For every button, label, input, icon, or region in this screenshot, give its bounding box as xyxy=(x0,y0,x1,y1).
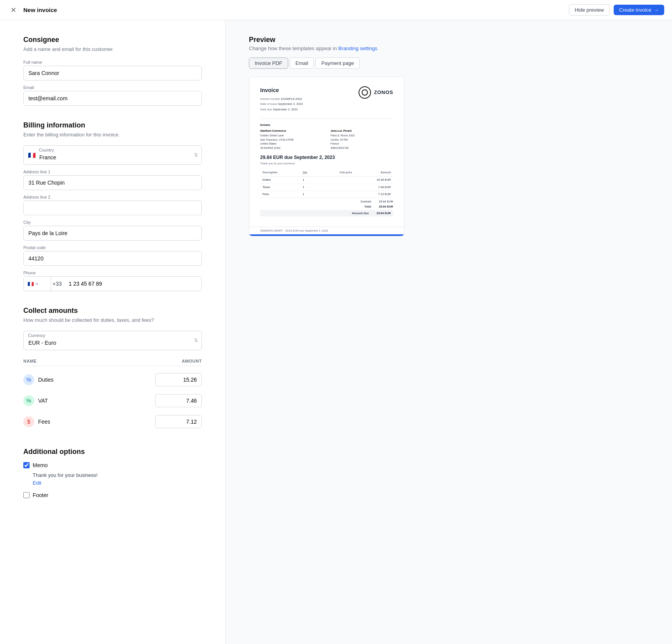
invoice-header: Invoice Invoice number EXAMPLE-0001 Date… xyxy=(260,86,393,112)
invoice-bill-to-label: Jean-Luc Picard xyxy=(331,129,393,133)
invoice-preview: Invoice Invoice number EXAMPLE-0001 Date… xyxy=(249,77,404,236)
currency-select-wrapper: Currency EUR - Euro USD - US Dollar GBP … xyxy=(23,331,202,350)
invoice-issue-label: Date of issue xyxy=(260,102,278,106)
fees-row: $ Fees xyxy=(23,411,202,432)
memo-label[interactable]: Memo xyxy=(33,462,48,468)
phone-country-code: +33 xyxy=(51,277,64,291)
duties-name: Duties xyxy=(38,377,54,383)
invoice-amount-due-value: 29.84 EUR xyxy=(376,211,391,215)
invoice-buyer-phone: 498413001782 xyxy=(331,146,393,150)
address2-group: Address line 2 xyxy=(23,195,202,215)
invoice-seller-phone: 25-843543 (244) xyxy=(260,146,323,150)
invoice-subtotal-row: Subtotal 29.84 EUR xyxy=(260,199,393,204)
country-select-wrapper: 🇫🇷 Country France United States Germany … xyxy=(23,145,202,165)
header-left: ✕ New invoice xyxy=(8,5,57,16)
invoice-duties-amount: 15.26 EUR xyxy=(354,176,393,183)
tab-invoice-pdf[interactable]: Invoice PDF xyxy=(249,58,288,69)
invoice-total-row: Total 29.84 EUR xyxy=(260,204,393,209)
memo-edit-link[interactable]: Edit xyxy=(33,480,41,486)
memo-text: Thank you for your business! xyxy=(33,472,202,478)
invoice-fees-qty: 1 xyxy=(300,190,319,197)
duties-amount-input[interactable] xyxy=(155,373,202,386)
fees-name: Fees xyxy=(38,419,50,425)
city-group: City xyxy=(23,220,202,241)
full-name-group: Full name xyxy=(23,60,202,80)
invoice-buyer-addr2: Centre, 87760 xyxy=(331,138,393,142)
duties-label: % Duties xyxy=(23,374,54,385)
postal-code-input[interactable] xyxy=(23,251,202,266)
invoice-taxes-unit xyxy=(319,183,355,190)
consignee-section: Consignee Add a name and email for this … xyxy=(23,36,202,106)
phone-label: Phone xyxy=(23,271,202,275)
invoice-taxes-row: Taxes 1 7.46 EUR xyxy=(260,183,393,190)
invoice-details: Details StarNext Commerce Golden Street … xyxy=(260,123,393,150)
amounts-table: NAME AMOUNT % Duties % VAT xyxy=(23,356,202,432)
invoice-taxes-desc: Taxes xyxy=(260,183,300,190)
duties-row: % Duties xyxy=(23,369,202,390)
email-input[interactable] xyxy=(23,91,202,106)
invoice-totals: Subtotal 29.84 EUR Total 29.84 EUR Amoun… xyxy=(260,199,393,216)
amounts-header: NAME AMOUNT xyxy=(23,356,202,366)
arrow-right-icon: → xyxy=(654,7,659,13)
duties-icon: % xyxy=(23,374,34,385)
phone-input[interactable] xyxy=(64,277,201,291)
invoice-title: Invoice xyxy=(260,86,303,94)
invoice-total-value: 29.84 EUR xyxy=(379,204,393,209)
address1-input[interactable] xyxy=(23,175,202,190)
footer-label[interactable]: Footer xyxy=(33,492,48,498)
invoice-amount-due-row: Amount due 29.84 EUR xyxy=(260,210,393,216)
preview-tabs: Invoice PDF Email Payment page xyxy=(249,58,649,69)
invoice-seller-addr3: United States xyxy=(260,142,323,146)
main-layout: Consignee Add a name and email for this … xyxy=(0,20,672,644)
collect-section: Collect amounts How much should be colle… xyxy=(23,307,202,432)
invoice-number-value: EXAMPLE-0001 xyxy=(281,97,302,101)
invoice-unit-col-header: Unit price xyxy=(319,169,355,176)
vat-row: % VAT xyxy=(23,390,202,411)
invoice-duties-desc: Duties xyxy=(260,176,300,183)
email-group: Email xyxy=(23,85,202,106)
full-name-label: Full name xyxy=(23,60,202,65)
footer-checkbox[interactable] xyxy=(23,492,30,498)
vat-amount-input[interactable] xyxy=(155,394,202,407)
zonos-brand-name: ZONOS xyxy=(374,89,393,96)
invoice-duties-row: Duties 1 15.26 EUR xyxy=(260,176,393,183)
country-select[interactable]: France United States Germany United King… xyxy=(23,145,202,165)
address2-label: Address line 2 xyxy=(23,195,202,199)
invoice-fees-amount: 7.12 EUR xyxy=(354,190,393,197)
full-name-input[interactable] xyxy=(23,66,202,80)
invoice-subtotal-label: Subtotal xyxy=(360,199,371,204)
header: ✕ New invoice Hide preview Create invoic… xyxy=(0,0,672,20)
invoice-qty-col-header: Qty xyxy=(300,169,319,176)
invoice-preview-content: Invoice Invoice number EXAMPLE-0001 Date… xyxy=(249,77,404,227)
invoice-number-label: Invoice number xyxy=(260,97,281,101)
currency-select[interactable]: EUR - Euro USD - US Dollar GBP - British… xyxy=(23,331,202,350)
create-invoice-label: Create invoice xyxy=(619,7,651,13)
close-button[interactable]: ✕ xyxy=(8,5,19,16)
billing-title: Billing information xyxy=(23,121,202,129)
invoice-buyer-col: Jean-Luc Picard Paris 8, Room 2423 Centr… xyxy=(331,129,393,150)
invoice-duties-unit xyxy=(319,176,355,183)
invoice-buyer-addr1: Paris 8, Room 2423 xyxy=(331,134,393,138)
invoice-details-grid: StarNext Commerce Golden Street Lane San… xyxy=(260,129,393,150)
create-invoice-button[interactable]: Create invoice → xyxy=(614,5,664,15)
invoice-footer-text: 55A605FD-DRAFT · 29.84 EUR due September… xyxy=(249,227,404,234)
tab-email[interactable]: Email xyxy=(290,58,314,69)
invoice-due-amount: 29.84 EUR due September 2, 2023 xyxy=(260,154,393,161)
phone-country-selector[interactable]: 🇫🇷 ⇅ xyxy=(24,277,51,291)
address1-group: Address line 1 xyxy=(23,169,202,190)
tab-payment-page[interactable]: Payment page xyxy=(315,58,360,69)
additional-title: Additional options xyxy=(23,448,202,456)
invoice-bill-from-label: StarNext Commerce xyxy=(260,129,323,133)
invoice-issue-value: September 2, 2023 xyxy=(278,102,303,106)
city-input[interactable] xyxy=(23,226,202,241)
zonos-inner-circle xyxy=(362,89,368,96)
phone-flag: 🇫🇷 xyxy=(28,281,34,287)
hide-preview-button[interactable]: Hide preview xyxy=(569,4,610,16)
branding-settings-link[interactable]: Branding settings xyxy=(338,45,377,51)
memo-checkbox[interactable] xyxy=(23,462,30,468)
city-label: City xyxy=(23,220,202,225)
invoice-seller-col: StarNext Commerce Golden Street Lane San… xyxy=(260,129,323,150)
invoice-footer-bar xyxy=(249,234,404,236)
address2-input[interactable] xyxy=(23,201,202,215)
fees-amount-input[interactable] xyxy=(155,415,202,428)
